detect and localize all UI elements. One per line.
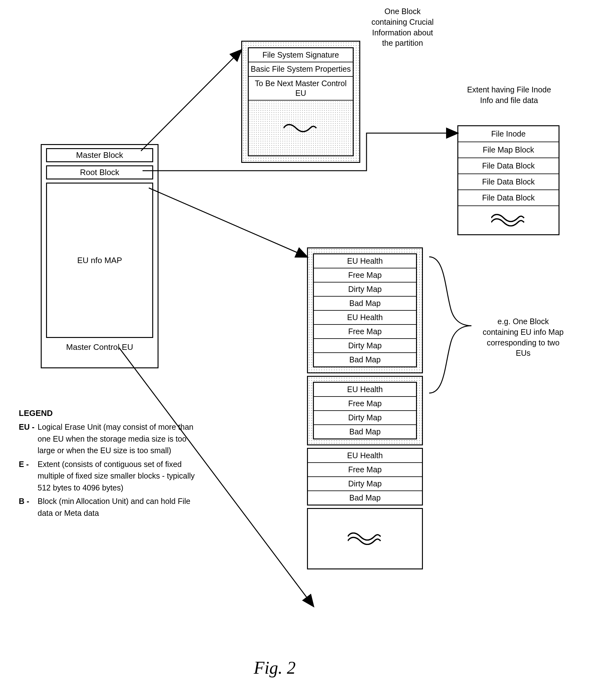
master-block-annotation: One Block containing Crucial Information…: [366, 6, 439, 48]
legend-text: Logical Erase Unit (may consist of more …: [38, 421, 200, 457]
dirty-map-row: Dirty Map: [314, 339, 416, 353]
bad-map-row: Bad Map: [314, 297, 416, 311]
legend-item-eu: EU - Logical Erase Unit (may consist of …: [19, 421, 213, 457]
eu-info-map-block-stippled: EU Health Free Map Dirty Map Bad Map EU …: [307, 247, 423, 373]
eu-health-row: EU Health: [314, 311, 416, 325]
mb-file-system-signature: File System Signature: [249, 48, 353, 62]
eu-info-map-column: EU Health Free Map Dirty Map Bad Map EU …: [307, 247, 423, 569]
extent-trailing-fill: [458, 206, 558, 234]
eu-info-map-block-inner: EU Health Free Map Dirty Map Bad Map EU …: [313, 253, 417, 367]
eu-nfo-map-row: EU nfo MAP: [46, 182, 153, 338]
eu-info-map-trailing: [307, 508, 423, 569]
bad-map-row: Bad Map: [314, 425, 416, 439]
mb-stipple-fill: [249, 100, 353, 155]
free-map-row: Free Map: [308, 463, 422, 477]
svg-line-0: [141, 50, 241, 151]
double-tilde-icon: [491, 214, 526, 227]
extent-file-inode: File Inode: [458, 126, 558, 142]
legend-key: E -: [19, 458, 38, 470]
legend-key: B -: [19, 495, 38, 507]
eu-info-map-block-stippled: EU Health Free Map Dirty Map Bad Map: [307, 376, 423, 445]
eu-health-row: EU Health: [308, 449, 422, 463]
free-map-row: Free Map: [314, 269, 416, 283]
eu-health-row: EU Health: [314, 254, 416, 269]
extent-file-map-block: File Map Block: [458, 142, 558, 158]
master-control-eu-box: Master Block Root Block EU nfo MAP Maste…: [41, 144, 159, 368]
master-control-caption: Master Control EU: [42, 342, 158, 352]
legend-item-e: E - Extent (consists of contiguous set o…: [19, 458, 213, 494]
double-tilde-icon: [348, 532, 382, 545]
legend-title: LEGEND: [19, 407, 213, 419]
dirty-map-row: Dirty Map: [314, 411, 416, 425]
master-block-detail-box: File System Signature Basic File System …: [241, 41, 360, 163]
legend-box: LEGEND EU - Logical Erase Unit (may cons…: [19, 407, 213, 519]
figure-caption: Fig. 2: [254, 658, 296, 678]
master-block-detail-inner: File System Signature Basic File System …: [248, 47, 354, 156]
extent-file-data-block: File Data Block: [458, 174, 558, 190]
extent-file-data-block: File Data Block: [458, 158, 558, 174]
tilde-icon: [283, 123, 318, 133]
eu-nfo-map-label: EU nfo MAP: [77, 256, 122, 265]
dirty-map-row: Dirty Map: [308, 477, 422, 491]
extent-file-data-block: File Data Block: [458, 190, 558, 206]
eu-health-row: EU Health: [314, 383, 416, 397]
legend-text: Block (min Allocation Unit) and can hold…: [38, 495, 200, 519]
eu-info-map-block-inner: EU Health Free Map Dirty Map Bad Map: [313, 382, 417, 440]
eu-info-map-annotation: e.g. One Block containing EU info Map co…: [479, 316, 567, 359]
extent-annotation: Extent having File Inode Info and file d…: [464, 85, 554, 106]
free-map-row: Free Map: [314, 397, 416, 411]
bad-map-row: Bad Map: [308, 491, 422, 504]
dirty-map-row: Dirty Map: [314, 283, 416, 297]
legend-item-b: B - Block (min Allocation Unit) and can …: [19, 495, 213, 519]
bad-map-row: Bad Map: [314, 353, 416, 366]
master-block-row: Master Block: [46, 148, 153, 162]
mb-next-master-control-eu: To Be Next Master Control EU: [249, 77, 353, 101]
extent-box: File Inode File Map Block File Data Bloc…: [458, 125, 559, 235]
mb-basic-fs-properties: Basic File System Properties: [249, 62, 353, 76]
legend-key: EU -: [19, 421, 38, 433]
eu-info-map-block-plain: EU Health Free Map Dirty Map Bad Map: [307, 448, 423, 505]
legend-text: Extent (consists of contiguous set of fi…: [38, 458, 200, 494]
root-block-row: Root Block: [46, 165, 153, 179]
free-map-row: Free Map: [314, 325, 416, 339]
svg-line-1: [149, 188, 307, 257]
